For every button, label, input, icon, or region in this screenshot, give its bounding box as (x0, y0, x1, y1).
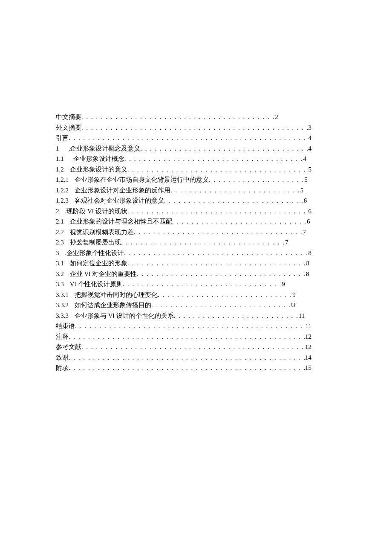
toc-leader-dots: . . . . . . . . . . . . . . . . . . . . … (151, 300, 291, 310)
toc-entry-page: 5 (308, 164, 312, 174)
toc-leader-dots: . . . . . . . . . . . . . . . . . . . . … (127, 164, 308, 174)
toc-entry-number: 1.2 (56, 164, 64, 174)
toc-entry-page: 5 (304, 174, 308, 185)
toc-entry-title: Vl 个性化设计原则 (70, 279, 123, 289)
toc-entry-page: 6 (307, 216, 310, 227)
toc-entry: 致谢. . . . . . . . . . . . . . . . . . . … (56, 352, 311, 363)
toc-leader-dots: . . . . . . . . . . . . . . . . . . . . (209, 174, 304, 185)
toc-leader-dots: . . . . . . . . . . . . . . . . . . . . … (170, 185, 300, 195)
toc-leader-dots: . . . . . . . . . . . . . . . . . . . . … (69, 363, 305, 373)
toc-entry: 3.企业形象个性化设计 . . . . . . . . . . . . . . … (56, 248, 311, 258)
toc-entry-page: 4 (308, 133, 312, 143)
toc-entry-title: 附录 (56, 363, 69, 373)
toc-entry-title: 企业形象设计的意义 (70, 164, 127, 174)
toc-entry-number: 2 (56, 206, 59, 216)
toc-leader-dots: . . . . . . . . . . . . . . . . . . . . … (134, 227, 303, 237)
toc-entry-number: 1.2.3 (56, 195, 69, 206)
toc-entry-number: 3.3 (56, 279, 64, 289)
toc-entry: 结束语. . . . . . . . . . . . . . . . . . .… (56, 321, 311, 331)
toc-entry-page: 11 (306, 321, 311, 331)
toc-leader-dots: . . . . . . . . . . . . . . . . . . . . … (81, 342, 305, 352)
toc-leader-dots: . . . . . . . . . . . . . . . . . . . . … (69, 352, 305, 363)
toc-leader-dots: . . . . . . . . . . . . . . . . . . . . … (69, 331, 305, 342)
toc-entry: 3.3.1把握视觉冲击同时的心理变化 . . . . . . . . . . .… (56, 290, 311, 300)
toc-entry: 外文摘要. . . . . . . . . . . . . . . . . . … (56, 122, 311, 133)
toc-entry-page: 11 (299, 311, 305, 321)
toc-entry: 中文摘要 . . . . . . . . . . . . . . . . . .… (56, 112, 311, 122)
toc-entry: 2.2视觉识别模糊表现力差 . . . . . . . . . . . . . … (56, 227, 311, 237)
toc-entry-title: 如何达成企业形象传播目的 (75, 300, 151, 310)
toc-entry-page: 9 (292, 290, 296, 300)
toc-entry: 参考文献. . . . . . . . . . . . . . . . . . … (56, 342, 311, 352)
toc-entry-title: 外文摘要 (56, 122, 81, 133)
toc-leader-dots: . . . . . . . . . . . . . . . . . . . . … (69, 133, 308, 143)
toc-leader-dots: . . . . . . . . . . . . . . . . . . . . … (127, 206, 308, 216)
toc-entry-title: 企业形象在企业市场自身文化背景运行中的意义 (75, 174, 209, 185)
toc-entry-number: 2.1 (56, 216, 64, 227)
toc-leader-dots: . . . . . . . . . . . . . . . . . . . . … (121, 237, 285, 247)
toc-entry-page: 4 (308, 143, 312, 154)
toc-entry: 3.1如何定位企业的形象 . . . . . . . . . . . . . .… (56, 258, 311, 268)
toc-entry-page: 7 (285, 237, 288, 247)
toc-entry-page: 8 (306, 269, 309, 279)
toc-entry-title: 引言 (56, 133, 69, 143)
toc-entry: 2.1企业形象的设计与理念相悖且不匹配 . . . . . . . . . . … (56, 216, 311, 227)
toc-entry-title: 把握视觉冲击同时的心理变化 (75, 290, 158, 300)
toc-entry-number: 3.3.1 (56, 290, 69, 300)
toc-entry-title: 参考文献 (56, 342, 81, 352)
toc-entry-title: 企业 Vl 对企业的重要性 (70, 269, 137, 279)
toc-entry: 注释. . . . . . . . . . . . . . . . . . . … (56, 331, 311, 342)
toc-entry-page: 3 (308, 122, 312, 133)
toc-entry-page: 15 (305, 363, 311, 373)
toc-entry-number: 1.2.2 (56, 185, 69, 195)
toc-entry: 3.3Vl 个性化设计原则 . . . . . . . . . . . . . … (56, 279, 311, 289)
toc-entry-page: 14 (305, 352, 311, 363)
toc-entry: 3.3.2如何达成企业形象传播目的 . . . . . . . . . . . … (56, 300, 311, 310)
toc-leader-dots: . . . . . . . . . . . . . . . . . . . . … (124, 154, 303, 164)
toc-entry: 1.1企业形象设计概念 . . . . . . . . . . . . . . … (56, 154, 311, 164)
toc-entry-number: 1 (56, 143, 59, 154)
toc-entry-page: 5 (300, 185, 304, 195)
toc-leader-dots: . . . . . . . . . . . . . . . . . . . . … (172, 216, 307, 227)
toc-entry-title: 结束语 (56, 321, 75, 331)
toc-entry-page: U (291, 300, 296, 310)
toc-entry-page: 8 (306, 258, 310, 268)
toc-entry-title: ,企业形象设计概念及意义 (69, 143, 141, 154)
toc-entry: 2.3抄袭复制屡屡出现. . . . . . . . . . . . . . .… (56, 237, 311, 247)
toc-entry: 1,企业形象设计概念及意义 . . . . . . . . . . . . . … (56, 143, 311, 154)
toc-entry-page: 8 (308, 248, 312, 258)
toc-leader-dots: . . . . . . . . . . . . . . . . . . . . … (124, 248, 308, 258)
toc-entry: 1.2企业形象设计的意义 . . . . . . . . . . . . . .… (56, 164, 311, 174)
toc-leader-dots: . . . . . . . . . . . . . . . . . . . . … (164, 195, 304, 206)
toc-entry-page: 6 (308, 206, 312, 216)
toc-leader-dots: . . . . . . . . . . . . . . . . . . . . … (137, 269, 306, 279)
toc-leader-dots: . . . . . . . . . . . . . . . . . . . . … (158, 290, 292, 300)
toc-entry: 1.2.1企业形象在企业市场自身文化背景运行中的意义. . . . . . . … (56, 174, 311, 185)
toc-entry-number: 3 (56, 248, 59, 258)
toc-entry: 1.2.3客观社会对企业形象设计的意义 . . . . . . . . . . … (56, 195, 311, 206)
toc-entry-page: 6 (304, 195, 307, 206)
toc-entry-title: 如何定位企业的形象 (70, 258, 127, 268)
toc-entry-title: 企业形象与 Vl 设计的个性化的关系 (75, 311, 174, 321)
toc-entry-page: 4 (303, 154, 307, 164)
toc-entry-title: 中文摘要 (56, 112, 81, 122)
toc-entry-title: .企业形象个性化设计 (65, 248, 124, 258)
toc-entry-title: 企业形象设计对企业形象的反作用 (75, 185, 170, 195)
toc-entry: 1.2.2企业形象设计对企业形象的反作用 . . . . . . . . . .… (56, 185, 311, 195)
toc-entry-number: 3.1 (56, 258, 64, 268)
toc-entry-title: 抄袭复制屡屡出现 (70, 237, 121, 247)
toc-entry-number: 1.2.1 (56, 174, 69, 185)
table-of-contents: 中文摘要 . . . . . . . . . . . . . . . . . .… (56, 112, 311, 373)
toc-entry-title: .现阶段 Vl 设计的现状 (65, 206, 127, 216)
toc-entry-page: 7 (303, 227, 306, 237)
toc-leader-dots: . . . . . . . . . . . . . . . . . . . . … (75, 321, 306, 331)
toc-leader-dots: . . . . . . . . . . . . . . . . . . . . … (123, 279, 282, 289)
toc-entry-title: 视觉识别模糊表现力差 (70, 227, 134, 237)
toc-entry: 3.2企业 Vl 对企业的重要性 . . . . . . . . . . . .… (56, 269, 311, 279)
toc-entry: 附录. . . . . . . . . . . . . . . . . . . … (56, 363, 311, 373)
toc-leader-dots: . . . . . . . . . . . . . . . . . . . . … (140, 143, 308, 154)
toc-entry-title: 客观社会对企业形象设计的意义 (75, 195, 164, 206)
toc-leader-dots: . . . . . . . . . . . . . . . . . . . . … (127, 258, 306, 268)
toc-entry: 2.现阶段 Vl 设计的现状 . . . . . . . . . . . . .… (56, 206, 311, 216)
toc-entry-page: 9 (282, 279, 285, 289)
